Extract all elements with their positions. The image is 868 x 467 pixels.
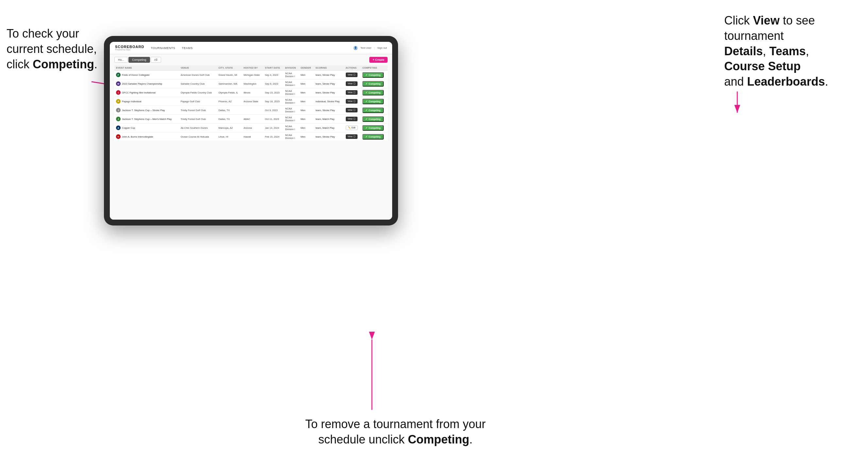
cell-venue: Ak-Chin Southern Dunes — [179, 124, 217, 132]
team-logo: F — [116, 72, 121, 77]
table-row: W 2023 Sahalee Players Championship Saha… — [114, 80, 388, 88]
team-logo: I — [116, 90, 121, 95]
cell-start-date: Sep 4, 2023 — [264, 71, 284, 80]
cell-start-date: Jan 14, 2024 — [264, 124, 284, 132]
cell-division: NCAADivision I — [283, 88, 299, 97]
event-name-text: Folds of Honor Collegiate — [122, 73, 150, 76]
cell-competing: ✓ Competing — [361, 71, 388, 80]
cell-scoring: team, Stroke Play — [314, 71, 344, 80]
cell-hosted-by: Illinois — [242, 88, 263, 97]
cell-venue: Papago Golf Club — [179, 97, 217, 106]
cell-venue: American Dunes Golf Club — [179, 71, 217, 80]
view-button[interactable]: View ⓘ — [346, 72, 358, 77]
view-button[interactable]: View ⓘ — [346, 134, 358, 139]
cell-actions: View ⓘ — [344, 88, 361, 97]
col-header-date: START DATE — [264, 65, 284, 71]
tablet-frame: SCOREBOARD Powered by clippi TOURNAMENTS… — [104, 36, 398, 225]
cell-start-date: Oct 9, 2023 — [264, 106, 284, 115]
sign-out-link[interactable]: Sign out — [377, 46, 387, 49]
competing-badge[interactable]: ✓ Competing — [363, 107, 384, 113]
scoreboard-logo: SCOREBOARD Powered by clippi — [115, 45, 144, 51]
cell-gender: Men — [299, 71, 314, 80]
cell-competing: ✓ Competing — [361, 97, 388, 106]
cell-scoring: team, Stroke Play — [314, 80, 344, 88]
cell-scoring: team, Stroke Play — [314, 88, 344, 97]
cell-start-date: Oct 11, 2023 — [264, 115, 284, 124]
cell-division: NCAADivision I — [283, 115, 299, 124]
team-logo: J — [116, 117, 121, 121]
view-button[interactable]: View ⓘ — [346, 90, 358, 95]
cell-scoring: team, Stroke Play — [314, 132, 344, 141]
cell-competing: ✓ Competing — [361, 88, 388, 97]
cell-venue: Trinity Forest Golf Club — [179, 106, 217, 115]
nav-link-teams[interactable]: TEAMS — [182, 46, 193, 50]
view-button[interactable]: View ⓘ — [346, 108, 358, 113]
event-name-text: John A. Burns Intercollegiate — [122, 135, 153, 138]
logo-title: SCOREBOARD — [115, 45, 144, 49]
cell-competing: ✓ Competing — [361, 106, 388, 115]
create-button[interactable]: + Create — [369, 57, 388, 63]
competing-badge[interactable]: ✓ Competing — [363, 90, 384, 95]
cell-competing: ✓ Competing — [361, 80, 388, 88]
table-row: P Papago Individual Papago Golf ClubPhoe… — [114, 97, 388, 106]
team-logo: P — [116, 99, 121, 103]
col-header-hosted: HOSTED BY — [242, 65, 263, 71]
nav-user: 👤 Test User | Sign out — [353, 46, 387, 50]
competing-badge[interactable]: ✓ Competing — [363, 125, 384, 131]
competing-badge[interactable]: ✓ Competing — [363, 99, 384, 104]
edit-button[interactable]: ✏️ Edit — [346, 125, 358, 130]
cell-event-name: F Folds of Honor Collegiate — [114, 71, 179, 80]
cell-gender: Men — [299, 124, 314, 132]
cell-city-state: Olympia Fields, IL — [217, 88, 242, 97]
competing-badge[interactable]: ✓ Competing — [363, 116, 384, 122]
event-name-text: Copper Cup — [122, 126, 135, 129]
user-label: Test User — [361, 46, 372, 49]
cell-hosted-by — [242, 106, 263, 115]
cell-division: NCAADivision I — [283, 97, 299, 106]
cell-scoring: team, Match Play — [314, 124, 344, 132]
table-container: EVENT NAME VENUE CITY, STATE HOSTED BY S… — [114, 65, 388, 217]
cell-city-state: Maricopa, AZ — [217, 124, 242, 132]
cell-event-name: J Jackson T. Stephens Cup – Stroke Play — [114, 106, 179, 115]
cell-event-name: I OFCC Fighting Illini Invitational — [114, 88, 179, 97]
col-header-gender: GENDER — [299, 65, 314, 71]
cell-actions: View ⓘ — [344, 115, 361, 124]
tab-all[interactable]: All — [151, 57, 161, 63]
team-logo: W — [116, 82, 121, 86]
table-row: A Copper Cup Ak-Chin Southern DunesMaric… — [114, 124, 388, 132]
arrow-bottom-up — [365, 338, 378, 413]
nav-link-tournaments[interactable]: TOURNAMENTS — [151, 46, 175, 50]
table-row: J Jackson T. Stephens Cup – Stroke Play … — [114, 106, 388, 115]
col-header-city: CITY, STATE — [217, 65, 242, 71]
cell-scoring: team, Stroke Play — [314, 106, 344, 115]
cell-city-state: Grand Haven, MI — [217, 71, 242, 80]
view-button[interactable]: View ⓘ — [346, 82, 358, 86]
event-name-text: Jackson T. Stephens Cup – Stroke Play — [122, 109, 165, 112]
team-logo: J — [116, 108, 121, 113]
cell-scoring: individual, Stroke Play — [314, 97, 344, 106]
tab-competing[interactable]: Competing — [128, 57, 150, 63]
competing-badge[interactable]: ✓ Competing — [363, 72, 384, 78]
col-header-division: DIVISION — [283, 65, 299, 71]
tablet-screen: SCOREBOARD Powered by clippi TOURNAMENTS… — [110, 42, 392, 220]
col-header-scoring: SCORING — [314, 65, 344, 71]
table-row: J Jackson T. Stephens Cup – Men's Match … — [114, 115, 388, 124]
cell-gender: Men — [299, 115, 314, 124]
cell-venue: Sahalee Country Club — [179, 80, 217, 88]
cell-hosted-by: Hawaii — [242, 132, 263, 141]
team-logo: H — [116, 134, 121, 139]
cell-gender: Men — [299, 88, 314, 97]
cell-scoring: team, Match Play — [314, 115, 344, 124]
competing-badge[interactable]: ✓ Competing — [363, 81, 384, 87]
cell-gender: Men — [299, 132, 314, 141]
user-icon: 👤 — [353, 46, 358, 50]
competing-badge[interactable]: ✓ Competing — [363, 134, 384, 139]
view-button[interactable]: View ⓘ — [346, 99, 358, 103]
view-button[interactable]: View ⓘ — [346, 117, 358, 121]
cell-hosted-by: Arizona — [242, 124, 263, 132]
cell-start-date: Sep 15, 2023 — [264, 88, 284, 97]
event-name-text: OFCC Fighting Illini Invitational — [122, 91, 156, 94]
cell-actions: ✏️ Edit — [344, 124, 361, 132]
cell-division: NCAADivision I — [283, 132, 299, 141]
tab-home[interactable]: Ho... — [114, 57, 128, 63]
